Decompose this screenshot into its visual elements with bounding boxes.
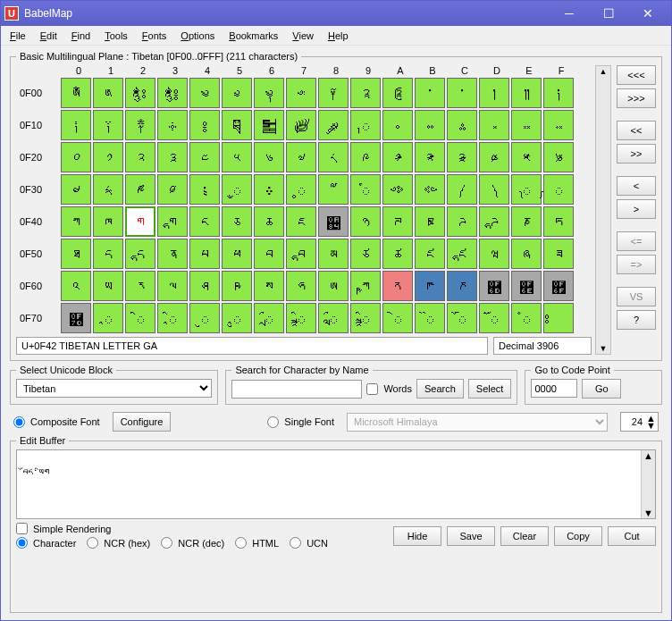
char-cell[interactable]: ཧ	[286, 271, 316, 301]
goto-input[interactable]	[531, 379, 577, 398]
char-cell[interactable]: ༣	[157, 142, 188, 172]
char-cell[interactable]: ༇	[286, 78, 316, 108]
char-cell[interactable]: ༓	[157, 110, 188, 140]
edit-scrollbar[interactable]: ▲▼	[641, 450, 655, 518]
char-cell[interactable]: ༵	[222, 174, 252, 205]
char-cell[interactable]: ཁ	[93, 206, 123, 237]
char-cell[interactable]: ི	[125, 303, 155, 333]
char-cell[interactable]: ཿ	[543, 303, 574, 333]
char-cell[interactable]: ཱུ	[222, 303, 252, 333]
char-cell[interactable]: ཹ	[350, 303, 381, 333]
char-cell[interactable]: ཌྷ	[479, 206, 509, 237]
char-cell[interactable]: ༏	[543, 78, 574, 108]
char-cell[interactable]: ༙	[350, 110, 381, 140]
char-cell[interactable]: ༉	[350, 78, 381, 108]
menu-bookmarks[interactable]: Bookmarks	[223, 29, 283, 43]
composite-font-radio[interactable]: Composite Font	[13, 416, 100, 428]
grid-scrollbar[interactable]: ▲ ▼	[595, 65, 611, 355]
char-cell[interactable]: ༼	[447, 174, 477, 205]
close-button[interactable]: ✕	[628, 1, 668, 26]
char-cell[interactable]: ས	[254, 271, 284, 301]
char-cell[interactable]: ན	[157, 239, 188, 269]
block-select[interactable]: Tibetan	[16, 379, 212, 398]
minimize-button[interactable]: ─	[550, 1, 589, 26]
char-cell[interactable]: ཋ	[415, 206, 445, 237]
char-cell[interactable]: ༥	[222, 142, 252, 172]
char-cell[interactable]: ར	[125, 271, 155, 301]
char-cell[interactable]: ༷	[286, 174, 316, 205]
char-cell[interactable]: ༹	[350, 174, 381, 205]
format-radio-ucn[interactable]: UCN	[290, 537, 328, 549]
search-button[interactable]: Search	[416, 379, 464, 399]
char-cell[interactable]: ༩	[350, 142, 381, 172]
char-cell[interactable]: པ	[189, 239, 220, 269]
nav-next-block-button[interactable]: >>	[617, 144, 656, 164]
char-cell[interactable]: ༡	[93, 142, 123, 172]
char-cell[interactable]: ཙ	[350, 239, 381, 269]
char-cell[interactable]: ༫	[415, 142, 445, 172]
char-cell[interactable]: ༯	[543, 142, 574, 172]
font-size-spinner[interactable]: ▲▼	[620, 412, 659, 432]
char-cell[interactable]: ཱི	[157, 303, 188, 333]
char-cell[interactable]: ༰	[61, 174, 91, 205]
select-button[interactable]: Select	[468, 379, 512, 399]
char-cell[interactable]: ༀ	[61, 78, 91, 108]
char-cell[interactable]: ག	[125, 206, 155, 237]
char-cell[interactable]: ཛ	[415, 239, 445, 269]
words-checkbox[interactable]	[366, 383, 378, 395]
char-cell[interactable]: ༅	[222, 78, 252, 108]
char-cell[interactable]: ༪	[382, 142, 413, 172]
char-cell[interactable]: ༜	[447, 110, 477, 140]
char-cell[interactable]: ཅ	[222, 206, 252, 237]
char-cell[interactable]: ༁	[93, 78, 123, 108]
char-cell[interactable]: ઄	[318, 206, 349, 237]
char-cell[interactable]: ལ	[157, 271, 188, 301]
char-cell[interactable]: ོ	[447, 303, 477, 333]
char-cell[interactable]: ༈	[318, 78, 349, 108]
char-cell[interactable]: ༭	[479, 142, 509, 172]
font-select[interactable]: Microsoft Himalaya	[347, 413, 608, 432]
char-cell[interactable]: ༲	[125, 174, 155, 205]
save-button[interactable]: Save	[447, 526, 495, 546]
char-cell[interactable]: ཏ	[543, 206, 574, 237]
char-cell[interactable]: ཇ	[286, 206, 316, 237]
char-cell[interactable]: །	[479, 78, 509, 108]
char-cell[interactable]: ༱	[93, 174, 123, 205]
font-size-input[interactable]	[621, 414, 644, 431]
char-cell[interactable]: ཬ	[447, 271, 477, 301]
single-font-radio[interactable]: Single Font	[267, 416, 334, 428]
char-cell[interactable]: ཀྵ	[350, 271, 381, 301]
char-cell[interactable]: བྷ	[286, 239, 316, 269]
char-cell[interactable]: ༿	[543, 174, 574, 205]
char-cell[interactable]: ཌ	[447, 206, 477, 237]
configure-button[interactable]: Configure	[113, 412, 172, 432]
char-cell[interactable]: ཐ	[61, 239, 91, 269]
char-cell[interactable]: ༮	[511, 142, 542, 172]
char-cell[interactable]: ཯	[543, 271, 574, 301]
hide-button[interactable]: Hide	[393, 526, 441, 546]
simple-rendering-checkbox[interactable]: Simple Rendering	[16, 523, 328, 534]
char-cell[interactable]: ༆	[254, 78, 284, 108]
menu-view[interactable]: View	[287, 29, 319, 43]
char-cell[interactable]: ླྀ	[318, 303, 349, 333]
char-cell[interactable]: ཚ	[382, 239, 413, 269]
char-cell[interactable]: ༝	[479, 110, 509, 140]
menu-help[interactable]: Help	[323, 29, 354, 43]
nav-help-button[interactable]: ?	[617, 310, 656, 330]
char-cell[interactable]: ཻ	[415, 303, 445, 333]
char-cell[interactable]: ༳	[157, 174, 188, 205]
goto-button[interactable]: Go	[582, 379, 621, 399]
char-cell[interactable]: ཭	[479, 271, 509, 301]
char-cell[interactable]: ༐	[61, 110, 91, 140]
char-cell[interactable]: ༻	[415, 174, 445, 205]
nav-last-button[interactable]: >>>	[617, 88, 656, 108]
char-cell[interactable]: ༸	[318, 174, 349, 205]
char-cell[interactable]: གྷ	[157, 206, 188, 237]
cut-button[interactable]: Cut	[608, 526, 656, 546]
nav-prev-block-button[interactable]: <<	[617, 121, 656, 140]
format-radio-character[interactable]: Character	[16, 537, 76, 549]
char-cell[interactable]: ཟ	[543, 239, 574, 269]
char-cell[interactable]: ུ	[189, 303, 220, 333]
char-cell[interactable]: ༂	[125, 78, 155, 108]
char-cell[interactable]: ༦	[254, 142, 284, 172]
